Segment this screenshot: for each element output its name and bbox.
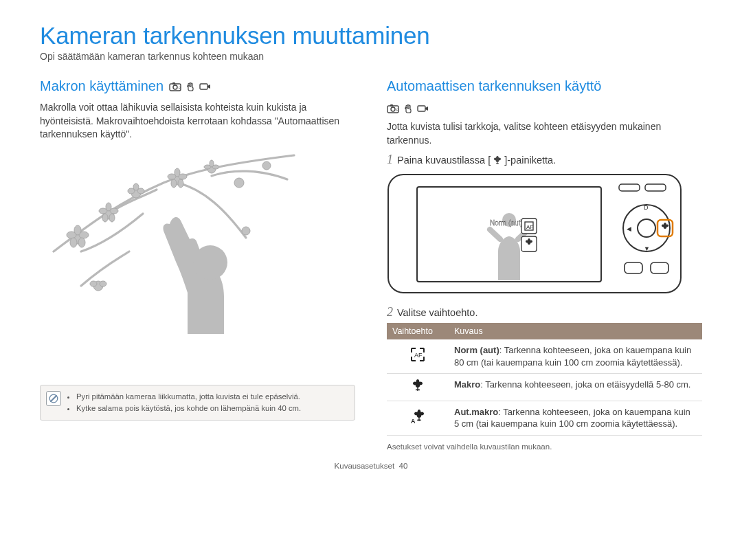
th-option: Vaihtoehto bbox=[387, 323, 449, 339]
table-row: A Aut.makro: Tarkenna kohteeseen, joka o… bbox=[387, 401, 702, 435]
table-row: Makro: Tarkenna kohteeseen, joka on etäi… bbox=[387, 374, 702, 401]
section-heading-autofocus-text: Automaattisen tarkennuksen käyttö bbox=[387, 78, 601, 94]
table-row: AF Norm (aut): Tarkenna kohteeseen, joka… bbox=[387, 339, 702, 374]
macro-illustration bbox=[40, 148, 355, 334]
svg-point-15 bbox=[102, 214, 108, 222]
svg-text:D: D bbox=[644, 204, 649, 211]
video-mode-icon bbox=[417, 104, 429, 113]
options-table: Vaihtoehto Kuvaus AF Norm (aut): Tarkenn… bbox=[387, 323, 702, 436]
step-number: 2 bbox=[387, 306, 393, 318]
hand-mode-icon bbox=[403, 104, 413, 113]
svg-point-30 bbox=[210, 160, 214, 167]
svg-rect-4 bbox=[200, 84, 207, 89]
svg-point-35 bbox=[90, 281, 97, 287]
option-desc: Makro: Tarkenna kohteeseen, joka on etäi… bbox=[449, 374, 702, 401]
step-1-text: Paina kuvaustilassa [ ]-painiketta. bbox=[397, 154, 556, 166]
step-number: 1 bbox=[387, 153, 393, 166]
svg-point-36 bbox=[100, 281, 106, 287]
page-subtitle: Opi säätämään kameran tarkennus kohteen … bbox=[40, 51, 702, 62]
section-heading-macro: Makron käyttäminen P bbox=[40, 78, 355, 94]
svg-rect-41 bbox=[390, 104, 393, 107]
svg-point-31 bbox=[234, 178, 244, 188]
step-2-text: Valitse vaihtoehto. bbox=[397, 306, 477, 319]
svg-point-33 bbox=[242, 227, 250, 235]
option-icon-norm-auto: AF bbox=[387, 339, 449, 374]
option-desc: Aut.makro: Tarkenna kohteeseen, joka on … bbox=[449, 401, 702, 435]
svg-point-37 bbox=[193, 245, 227, 280]
svg-text:▼: ▼ bbox=[644, 245, 650, 252]
svg-rect-43 bbox=[418, 106, 425, 111]
svg-point-9 bbox=[70, 238, 77, 247]
section-heading-autofocus: Automaattisen tarkennuksen käyttö bbox=[387, 78, 702, 94]
th-description: Kuvaus bbox=[449, 323, 702, 339]
svg-text:A: A bbox=[411, 418, 416, 424]
note-box: Pyri pitämään kameraa liikkumatta, jotta… bbox=[40, 385, 355, 421]
note-item: Kytke salama pois käytöstä, jos kohde on… bbox=[76, 403, 301, 414]
macro-flower-icon bbox=[493, 155, 502, 165]
svg-point-20 bbox=[133, 183, 139, 190]
svg-text:AF: AF bbox=[526, 224, 533, 230]
svg-point-26 bbox=[178, 179, 183, 188]
option-icon-macro bbox=[387, 374, 449, 401]
camera-mode-icon: P bbox=[169, 82, 181, 91]
svg-point-14 bbox=[106, 203, 111, 211]
svg-point-1 bbox=[173, 85, 177, 89]
section-heading-macro-text: Makron käyttäminen bbox=[40, 78, 164, 94]
hand-mode-icon bbox=[186, 82, 195, 91]
right-column: Automaattisen tarkennuksen käyttö P Jott… bbox=[387, 78, 702, 451]
svg-point-10 bbox=[78, 238, 85, 247]
camera-mode-icon: P bbox=[387, 104, 399, 113]
svg-point-32 bbox=[262, 161, 271, 170]
step-1-pre: Paina kuvaustilassa [ bbox=[397, 155, 491, 166]
svg-point-16 bbox=[109, 214, 115, 222]
table-footnote: Asetukset voivat vaihdella kuvaustilan m… bbox=[387, 443, 702, 451]
step-1: 1 Paina kuvaustilassa [ ]-painiketta. bbox=[387, 154, 702, 166]
camera-back-diagram: Norm (aut) AF bbox=[387, 170, 702, 298]
option-icon-auto-macro: A bbox=[387, 401, 449, 435]
step-2: 2 Valitse vaihtoehto. bbox=[387, 306, 702, 319]
svg-rect-2 bbox=[172, 82, 175, 85]
screen-mode-label: Norm (aut) bbox=[490, 219, 523, 227]
macro-body-text: Makrolla voit ottaa lähikuvia sellaisist… bbox=[40, 101, 355, 142]
step-1-post: ]-painiketta. bbox=[504, 155, 556, 166]
note-icon bbox=[46, 391, 61, 406]
svg-text:AF: AF bbox=[414, 352, 423, 359]
svg-point-8 bbox=[74, 225, 81, 235]
svg-point-25 bbox=[171, 179, 177, 188]
page-footer: Kuvausasetukset 40 bbox=[40, 462, 702, 470]
autofocus-body-text: Jotta kuvista tulisi tarkkoja, valitse k… bbox=[387, 120, 702, 147]
page-title: Kameran tarkennuksen muuttaminen bbox=[40, 22, 702, 49]
svg-point-40 bbox=[391, 107, 395, 111]
svg-text:◀: ◀ bbox=[627, 225, 631, 232]
svg-point-24 bbox=[175, 168, 180, 177]
option-desc: Norm (aut): Tarkenna kohteeseen, joka on… bbox=[449, 339, 702, 374]
note-item: Pyri pitämään kameraa liikkumatta, jotta… bbox=[76, 391, 301, 403]
left-column: Makron käyttäminen P Makrolla voit ottaa… bbox=[40, 78, 355, 451]
video-mode-icon bbox=[199, 82, 212, 91]
